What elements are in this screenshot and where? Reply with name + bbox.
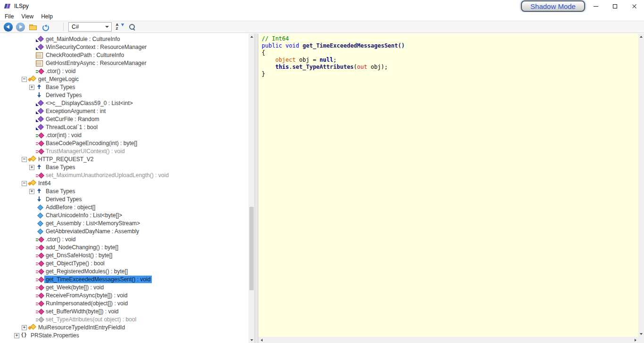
sort-button[interactable] (114, 22, 125, 32)
tree-item[interactable]: set_TypeAttributes(out object) : bool (0, 315, 248, 323)
expander-spacer (29, 203, 35, 211)
tree-item[interactable]: get_TimeExceededMessagesSent() : void (0, 275, 248, 283)
tree-item-label: ExceptionArgument : int (44, 107, 107, 115)
expander-spacer (29, 115, 35, 123)
expander-spacer (29, 267, 35, 275)
refresh-button[interactable] (40, 22, 50, 32)
tree-item[interactable]: Base Types (0, 163, 248, 171)
tree-item[interactable]: Base Types (0, 83, 248, 91)
code-view[interactable]: // Int64public void get_TimeExceededMess… (258, 33, 638, 337)
code-token: get_TimeExceededMessagesSent() (303, 42, 405, 49)
tree-item[interactable]: set_BufferWidth(byte[]) : void (0, 307, 248, 315)
scroll-up-icon[interactable] (248, 33, 255, 40)
tree-item[interactable]: get_ObjectType() : bool (0, 259, 248, 267)
tree-item[interactable]: Base Types (0, 187, 248, 195)
expander-spacer (29, 259, 35, 267)
maximize-button[interactable] (605, 0, 625, 12)
back-button[interactable] (3, 22, 13, 32)
tree-item[interactable]: GetAbbreviatedDayName : Assembly (0, 227, 248, 235)
code-token: // Int64 (262, 35, 289, 42)
tree-item[interactable]: MuiResourceTypeIdIntEntryFieldId (0, 323, 248, 331)
tree-item-label: RunImpersonated(object[]) : void (44, 300, 129, 307)
base-icon (35, 83, 43, 91)
menu-item-file[interactable]: File (1, 12, 17, 21)
menu-item-view[interactable]: View (17, 12, 37, 21)
code-token: { (262, 49, 265, 56)
tree-item[interactable]: ExceptionArgument : int (0, 107, 248, 115)
tree-item[interactable]: .ctor(int) : void (0, 131, 248, 139)
method-icon (35, 283, 43, 291)
class-icon (28, 155, 36, 163)
tree-scrollbar[interactable] (248, 33, 255, 343)
tree-item[interactable]: get_MainModule : CultureInfo (0, 35, 248, 43)
tree-item[interactable]: Derived Types (0, 195, 248, 203)
ilspy-logo-icon (4, 2, 11, 10)
tree-item[interactable]: WinSecurityContext : ResourceManager (0, 43, 248, 51)
tree-item[interactable]: TrustManagerUIContext() : void (0, 147, 248, 155)
tree-item[interactable]: get_DnsSafeHost() : byte[] (0, 251, 248, 259)
splitter-handle[interactable] (255, 33, 258, 343)
tree-item[interactable]: set_MaximumUnauthorizedUploadLength() : … (0, 171, 248, 179)
tree-item[interactable]: .ctor() : void (0, 235, 248, 243)
tree-item[interactable]: get_Week(byte[]) : void (0, 283, 248, 291)
code-hscrollbar[interactable] (258, 337, 638, 343)
minimize-button[interactable] (586, 0, 605, 12)
tree-item-label: ThreadLocal`1 : bool (44, 123, 99, 131)
tree-item-label: get_MainModule : CultureInfo (44, 35, 121, 43)
expander-minus-icon[interactable] (22, 179, 28, 187)
scroll-down-icon[interactable] (638, 331, 644, 337)
language-selector[interactable]: C# (68, 22, 112, 32)
expander-plus-icon[interactable] (29, 163, 35, 171)
tree-item[interactable]: CheckRootedPath : CultureInfo (0, 51, 248, 59)
tree-item[interactable]: RunImpersonated(object[]) : void (0, 299, 248, 307)
scroll-left-icon[interactable] (258, 337, 264, 343)
method-icon (35, 251, 43, 259)
menu-item-help[interactable]: Help (37, 12, 57, 21)
tree-item-label: get_Assembly : List<MemoryStream> (44, 220, 141, 227)
tree-item[interactable]: get_MergeLogic (0, 75, 248, 83)
tree-panel[interactable]: get_MainModule : CultureInfoWinSecurityC… (0, 33, 248, 343)
tree-item[interactable]: GetCurFile : Random (0, 115, 248, 123)
tree-item[interactable]: add_NodeChanging() : byte[] (0, 243, 248, 251)
close-button[interactable] (625, 0, 644, 12)
code-scrollbar[interactable] (638, 33, 644, 337)
method-icon (35, 243, 43, 251)
tree-item[interactable]: CharUnicodeInfo : List<byte[]> (0, 211, 248, 219)
tree-item[interactable]: AddBefore : object[] (0, 203, 248, 211)
forward-button[interactable] (15, 22, 25, 32)
scroll-up-icon[interactable] (638, 33, 644, 40)
tree-item[interactable]: ThreadLocal`1 : bool (0, 123, 248, 131)
tree-item[interactable]: Derived Types (0, 91, 248, 99)
code-token: null (320, 57, 333, 63)
expander-spacer (29, 251, 35, 259)
expander-minus-icon[interactable] (22, 155, 28, 163)
expander-minus-icon[interactable] (22, 75, 28, 83)
ctor-icon (35, 235, 43, 243)
tree-item[interactable]: HTTP_REQUEST_V2 (0, 155, 248, 163)
expander-spacer (29, 283, 35, 291)
scroll-down-icon[interactable] (248, 337, 255, 343)
tree-item[interactable]: BaseCodePageEncoding(int) : byte[] (0, 139, 248, 147)
tree-item[interactable]: GetHostEntryAsync : ResourceManager (0, 59, 248, 67)
scroll-right-icon[interactable] (632, 337, 638, 343)
tree-item[interactable]: PRState.Properties (0, 331, 248, 339)
maximize-icon (613, 4, 617, 8)
expander-plus-icon[interactable] (22, 323, 28, 331)
tree-item[interactable]: <>c__DisplayClass59_0 : List<int> (0, 99, 248, 107)
tree-item[interactable]: .ctor() : void (0, 67, 248, 75)
expander-spacer (29, 139, 35, 147)
search-button[interactable] (127, 22, 137, 32)
expander-plus-icon[interactable] (29, 83, 35, 91)
tree-scroll-thumb[interactable] (249, 207, 254, 290)
method-arrow-icon (35, 107, 43, 115)
tree-item-label: get_DnsSafeHost() : byte[] (44, 252, 114, 259)
tree-item[interactable]: ReceiveFromAsync(byte[]) : void (0, 291, 248, 299)
expander-plus-icon[interactable] (29, 187, 35, 195)
shadow-mode-button[interactable]: Shadow Mode (521, 0, 585, 12)
tree-item[interactable]: Int64 (0, 179, 248, 187)
tree-item[interactable]: get_RegisteredModules() : byte[] (0, 267, 248, 275)
expander-plus-icon[interactable] (14, 331, 20, 339)
expander-spacer (29, 299, 35, 307)
tree-item[interactable]: get_Assembly : List<MemoryStream> (0, 219, 248, 227)
open-button[interactable] (27, 22, 38, 32)
